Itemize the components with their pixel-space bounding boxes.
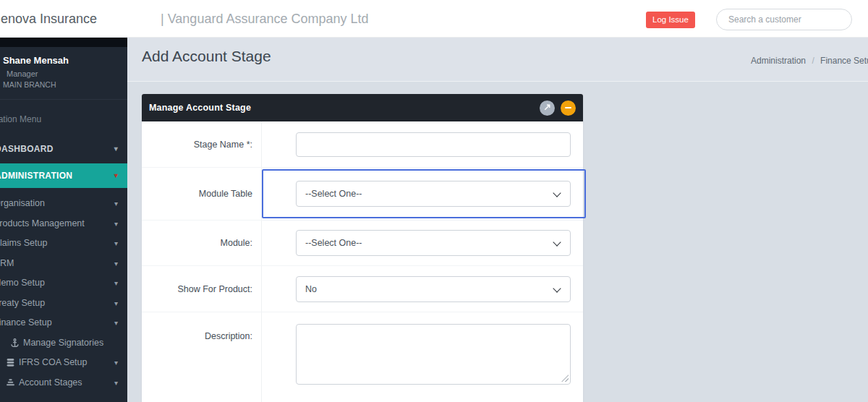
brand-logo: Genova Insurance <box>0 0 137 38</box>
form-row-stage-name: Stage Name *: <box>142 121 583 168</box>
collapse-icon <box>565 107 571 108</box>
stage-name-label: Stage Name *: <box>142 121 262 167</box>
chevron-down-icon <box>553 284 561 292</box>
manage-account-stage-panel: Manage Account Stage Stage Name *: Modul… <box>142 94 583 402</box>
page-title: Add Account Stage <box>142 48 271 65</box>
breadcrumb-finance-setup[interactable]: Finance Setup <box>820 56 868 66</box>
module-label: Module: <box>142 221 262 265</box>
caret-down-icon: ▾ <box>114 294 118 314</box>
sidebar-item-treaty-setup[interactable]: Treaty Setup ▾ <box>0 294 127 314</box>
database-icon <box>6 358 15 367</box>
module-table-select[interactable]: --Select One-- <box>296 181 571 207</box>
user-role: Manager <box>7 69 124 78</box>
form-row-show-for-product: Show For Product: No <box>142 266 583 312</box>
chevron-down-icon <box>553 189 561 197</box>
description-label: Description: <box>142 312 262 402</box>
expand-icon <box>543 103 551 114</box>
caret-down-icon: ▾ <box>114 373 118 393</box>
customer-search-input[interactable] <box>716 9 852 30</box>
anchor-icon <box>10 338 20 348</box>
caret-down-icon: ▾ <box>114 214 118 234</box>
sidebar-item-dashboard[interactable]: DASHBOARD ▾ <box>0 136 127 162</box>
breadcrumb-separator: / <box>812 56 814 66</box>
page-header: Add Account Stage Administration / Finan… <box>127 38 868 82</box>
caret-down-icon: ▾ <box>114 136 118 162</box>
brand-text: Genova Insurance <box>0 0 97 38</box>
sidebar-item-ifrs-coa-setup[interactable]: IFRS COA Setup ▾ <box>0 353 127 373</box>
caret-down-icon: ▾ <box>114 163 118 188</box>
form-row-module-table: Module Table --Select One-- <box>142 168 583 221</box>
sidebar-top-strip <box>0 38 127 47</box>
user-name: Shane Mensah <box>3 55 124 66</box>
caret-down-icon: ▾ <box>114 194 118 214</box>
panel-header: Manage Account Stage <box>142 94 583 121</box>
panel-tools <box>540 100 576 116</box>
show-for-product-label: Show For Product: <box>142 266 262 312</box>
stage-name-input[interactable] <box>296 132 571 157</box>
breadcrumb: Administration / Finance Setup <box>751 56 868 66</box>
sidebar-item-account-stages[interactable]: Account Stages ▾ <box>0 373 127 393</box>
show-for-product-select[interactable]: No <box>296 276 571 302</box>
user-branch: MAIN BRANCH <box>3 80 124 89</box>
form-row-module: Module: --Select One-- <box>142 221 583 266</box>
module-table-label: Module Table <box>142 168 262 220</box>
sidebar: Shane Mensah Manager MAIN BRANCH Navigat… <box>0 38 127 402</box>
chevron-down-icon <box>553 238 561 246</box>
sidebar-item-claims-setup[interactable]: Claims Setup ▾ <box>0 234 127 254</box>
panel-title: Manage Account Stage <box>149 103 251 113</box>
stages-icon <box>6 378 15 388</box>
caret-down-icon: ▾ <box>114 353 118 373</box>
breadcrumb-administration[interactable]: Administration <box>751 56 806 66</box>
sidebar-item-manage-signatories[interactable]: Manage Signatories <box>0 333 127 354</box>
collapse-button[interactable] <box>561 100 576 116</box>
module-select[interactable]: --Select One-- <box>296 230 571 256</box>
user-panel: Shane Mensah Manager MAIN BRANCH <box>0 47 127 89</box>
company-title: | Vanguard Assurance Company Ltd <box>161 0 369 38</box>
sidebar-item-products-management[interactable]: Products Management ▾ <box>0 214 127 234</box>
description-textarea[interactable] <box>296 324 571 385</box>
caret-down-icon: ▾ <box>114 313 118 333</box>
caret-down-icon: ▾ <box>114 234 118 254</box>
log-issue-button[interactable]: Log Issue <box>646 12 695 28</box>
top-header: Genova Insurance | Vanguard Assurance Co… <box>0 0 868 38</box>
nav-section-header: Navigation Menu <box>0 100 127 129</box>
sidebar-item-organisation[interactable]: Organisation ▾ <box>0 194 127 214</box>
sidebar-item-finance-setup[interactable]: Finance Setup ▾ <box>0 313 127 333</box>
form-row-description: Description: <box>142 312 583 402</box>
caret-down-icon: ▾ <box>114 254 118 274</box>
sidebar-item-administration[interactable]: ADMINISTRATION ▾ <box>0 163 127 188</box>
caret-down-icon: ▾ <box>114 273 118 294</box>
sidebar-item-memo-setup[interactable]: Memo Setup ▾ <box>0 273 127 294</box>
sidebar-item-crm[interactable]: CRM ▾ <box>0 254 127 274</box>
expand-button[interactable] <box>540 100 555 116</box>
